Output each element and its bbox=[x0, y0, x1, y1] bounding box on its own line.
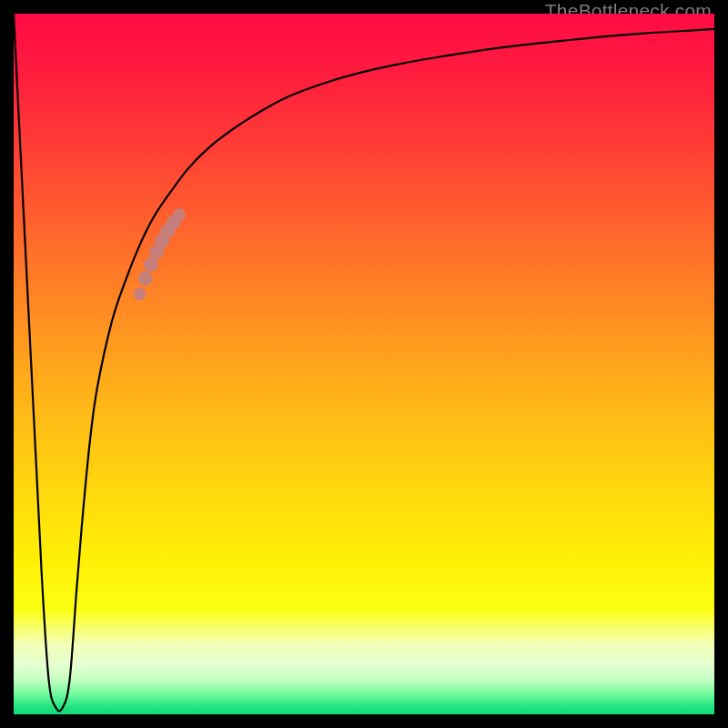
plot-area bbox=[14, 14, 714, 714]
bottleneck-curve bbox=[14, 14, 714, 711]
highlight-markers bbox=[134, 208, 186, 300]
highlight-marker bbox=[144, 258, 158, 272]
highlight-marker bbox=[173, 208, 186, 221]
highlight-marker bbox=[134, 288, 147, 300]
chart-svg bbox=[14, 14, 714, 714]
highlight-marker bbox=[138, 271, 153, 286]
chart-stage: TheBottleneck.com bbox=[0, 0, 728, 728]
